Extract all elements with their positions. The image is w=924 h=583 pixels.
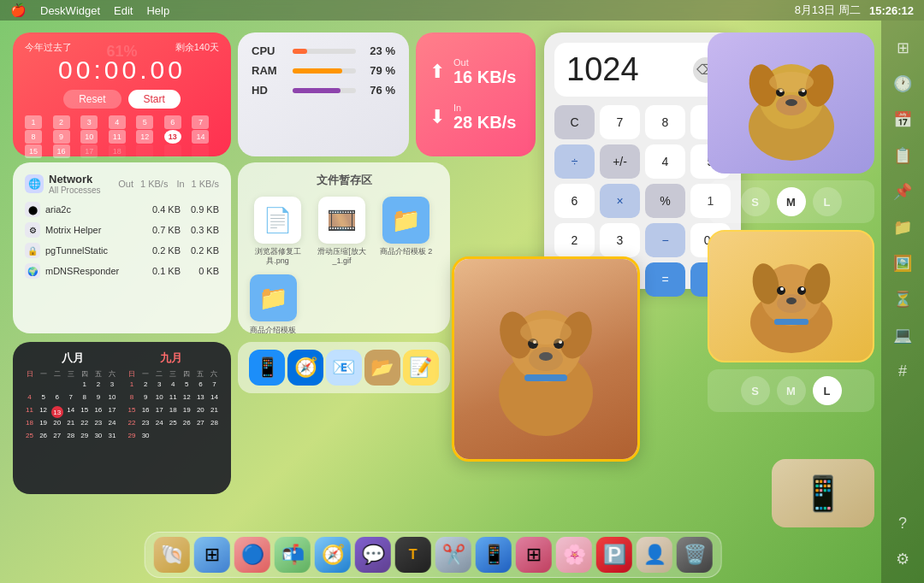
calc-btn-4[interactable]: 4 bbox=[645, 144, 685, 179]
size-btn-l-bottom[interactable]: L bbox=[813, 376, 842, 405]
dock-mail-icon[interactable]: 📬 bbox=[275, 537, 311, 573]
files-icon[interactable]: 📂 bbox=[364, 350, 400, 386]
sidebar-hourglass-icon[interactable]: ⏳ bbox=[887, 284, 918, 315]
cal-day: 17 bbox=[153, 406, 166, 418]
sidebar-calendar-icon[interactable]: 📅 bbox=[887, 104, 918, 135]
process-row: ⚙ Motrix Helper 0.7 KB 0.3 KB bbox=[25, 222, 219, 238]
ram-stat-row: RAM 79 % bbox=[252, 64, 395, 77]
dock-contacts-icon[interactable]: 👤 bbox=[637, 537, 672, 573]
cal-day: 4 bbox=[167, 380, 180, 392]
clipboard-file-item[interactable]: 📄 浏览器修复工具.png bbox=[250, 197, 305, 266]
cal-header-mon: 一 bbox=[139, 369, 152, 379]
mini-cal-cell: 5 bbox=[136, 115, 153, 129]
dock-grid-icon[interactable]: ⊞ bbox=[516, 537, 552, 573]
app-name[interactable]: DeskWidget bbox=[40, 4, 100, 17]
calc-btn-percent[interactable]: % bbox=[645, 184, 685, 218]
calc-btn-minus[interactable]: − bbox=[645, 223, 685, 257]
svg-point-11 bbox=[520, 319, 572, 344]
sidebar-calc-icon[interactable]: # bbox=[887, 356, 918, 386]
calc-btn-plusminus[interactable]: +/- bbox=[600, 144, 640, 179]
cal-day: 9 bbox=[92, 393, 104, 405]
safari-icon[interactable]: 🧭 bbox=[287, 350, 323, 386]
calc-btn-multiply[interactable]: × bbox=[600, 184, 640, 218]
clipboard-widget: 文件暂存区 📄 浏览器修复工具.png 🎞️ 滑动压缩[放大_1.gif 📁 商… bbox=[238, 162, 450, 333]
svg-point-5 bbox=[539, 352, 553, 361]
start-button[interactable]: Start bbox=[128, 90, 181, 109]
calc-btn-3[interactable]: 3 bbox=[600, 223, 640, 257]
cpu-bar bbox=[293, 49, 307, 54]
september-calendar: 日 一 二 三 四 五 六 1 2 3 4 5 6 7 8 9 10 11 12 bbox=[126, 369, 222, 444]
sidebar-chip-icon[interactable]: 💻 bbox=[887, 320, 918, 350]
cal-header-thu: 四 bbox=[78, 369, 91, 379]
dock-chrome-icon[interactable]: 🔵 bbox=[234, 537, 270, 573]
reset-button[interactable]: Reset bbox=[63, 90, 121, 109]
calc-btn-8[interactable]: 8 bbox=[645, 105, 685, 139]
percent-display: 61% bbox=[106, 43, 137, 61]
dock-finder-icon[interactable]: 🐚 bbox=[154, 537, 190, 573]
cal-day: 1 bbox=[78, 380, 91, 392]
sidebar-help-icon[interactable]: ? bbox=[887, 508, 918, 539]
svg-point-28 bbox=[786, 297, 797, 304]
mail-icon[interactable]: 📧 bbox=[326, 350, 362, 386]
sidebar-settings-icon[interactable]: ⚙ bbox=[887, 544, 918, 574]
sidebar-photo-icon[interactable]: 🖼️ bbox=[887, 248, 918, 279]
calculator-display: 1024 ⌫ bbox=[554, 43, 731, 97]
dock-trash-icon[interactable]: 🗑️ bbox=[677, 537, 713, 573]
calc-btn-2[interactable]: 2 bbox=[554, 223, 595, 257]
calc-btn-6[interactable]: 6 bbox=[554, 184, 595, 218]
dock-typora-icon[interactable]: T bbox=[395, 537, 431, 573]
net-in-value: 28 KB/s bbox=[453, 113, 516, 132]
dock-scissors-icon[interactable]: ✂️ bbox=[435, 537, 471, 573]
sidebar-folder-icon[interactable]: 📁 bbox=[887, 212, 918, 243]
dock-photos-icon[interactable]: 🌸 bbox=[556, 537, 592, 573]
dock-safari-icon[interactable]: 🧭 bbox=[315, 537, 351, 573]
calc-btn-7[interactable]: 7 bbox=[600, 105, 640, 139]
sidebar-grid-icon[interactable]: ⊞ bbox=[887, 32, 918, 63]
cal-day-sun: 25 bbox=[23, 432, 36, 444]
menu-edit[interactable]: Edit bbox=[114, 4, 133, 17]
calc-btn-equals[interactable]: = bbox=[645, 262, 685, 297]
menu-help[interactable]: Help bbox=[146, 4, 169, 17]
mini-cal-cell: 10 bbox=[80, 130, 98, 144]
cal-day: 12 bbox=[37, 406, 50, 418]
dock-appstore-icon[interactable]: 📱 bbox=[476, 537, 512, 573]
size-btn-s-bottom[interactable]: S bbox=[741, 376, 770, 405]
clipboard-file-item[interactable]: 🎞️ 滑动压缩[放大_1.gif bbox=[314, 197, 370, 266]
cal-day: 14 bbox=[64, 406, 77, 418]
clipboard-bottom-file[interactable]: 📁 商品介绍模板 bbox=[250, 274, 438, 336]
apple-menu[interactable]: 🍎 bbox=[10, 3, 27, 18]
sidebar-clock-icon[interactable]: 🕐 bbox=[887, 68, 918, 99]
menubar: 🍎 DeskWidget Edit Help 8月13日 周二 15:26:12 bbox=[0, 0, 924, 21]
dock-office-icon[interactable]: 🅿️ bbox=[596, 537, 632, 573]
sidebar-pin-icon[interactable]: 📌 bbox=[887, 176, 918, 207]
size-btn-m-bottom[interactable]: M bbox=[777, 376, 806, 405]
cal-day: 15 bbox=[78, 406, 91, 418]
appstore-icon[interactable]: 📱 bbox=[249, 350, 285, 386]
process-out: 0.1 KB bbox=[142, 266, 181, 276]
dock: 🐚 ⊞ 🔵 📬 🧭 💬 T ✂️ 📱 ⊞ 🌸 🅿️ 👤 🗑️ bbox=[145, 532, 722, 578]
download-arrow-icon: ⬇ bbox=[429, 106, 445, 128]
size-selector-bottom: S M L bbox=[708, 369, 874, 412]
sidebar-notes-icon[interactable]: 📋 bbox=[887, 140, 918, 171]
phone-widget-photo: 📱 bbox=[772, 459, 874, 527]
net-out-value: 16 KB/s bbox=[453, 68, 516, 87]
size-btn-l-top[interactable]: L bbox=[813, 187, 842, 216]
mini-cal-cell: 18 bbox=[109, 144, 126, 158]
mini-cal-cell: 12 bbox=[136, 130, 153, 144]
file-icon: 📁 bbox=[382, 197, 429, 244]
mini-cal-cell: 2 bbox=[53, 115, 70, 129]
calc-btn-divide[interactable]: ÷ bbox=[554, 144, 595, 179]
clipboard-file-item[interactable]: 📁 商品介绍模板 2 bbox=[378, 197, 434, 266]
cal-day: 10 bbox=[153, 393, 166, 405]
calc-btn-c[interactable]: C bbox=[554, 105, 595, 139]
size-btn-s-top[interactable]: S bbox=[741, 187, 770, 216]
size-btn-m-top[interactable]: M bbox=[777, 187, 806, 216]
cal-remaining: 剩余140天 bbox=[175, 41, 219, 54]
cal-header-sat: 六 bbox=[208, 369, 221, 379]
process-name: Motrix Helper bbox=[45, 225, 142, 235]
ram-bar bbox=[293, 68, 342, 74]
notes-icon[interactable]: 📝 bbox=[403, 350, 439, 386]
small-dog-photo-bottom bbox=[709, 232, 873, 361]
dock-messages-icon[interactable]: 💬 bbox=[355, 537, 391, 573]
dock-launchpad-icon[interactable]: ⊞ bbox=[194, 537, 230, 573]
